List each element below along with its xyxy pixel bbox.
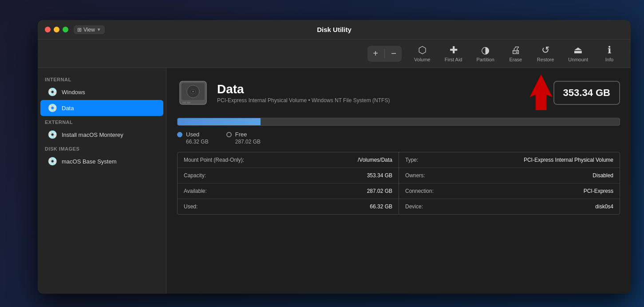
disk-icon: 💿	[47, 130, 57, 140]
sidebar-item-macos-base-label: macOS Base System	[62, 158, 117, 165]
minimize-button[interactable]	[54, 27, 59, 32]
owners-key: Owners:	[405, 172, 425, 179]
info-label: Info	[605, 57, 613, 62]
owners-row: Owners: Disabled	[399, 168, 620, 183]
sidebar-item-data[interactable]: 💿 Data	[40, 100, 163, 116]
firstaid-label: First Aid	[445, 57, 462, 62]
available-row: Available: 287.02 GB	[178, 183, 399, 199]
traffic-lights	[45, 27, 68, 32]
info-icon: ℹ	[608, 45, 611, 55]
svg-rect-6	[187, 102, 190, 104]
sidebar-item-data-label: Data	[62, 105, 74, 112]
mount-point-val: /Volumes/Data	[358, 157, 392, 163]
red-arrow-indicator	[528, 75, 554, 112]
app-window: ⊞ View ▼ Disk Utility + − ⬡ Volume ✚ Fir…	[38, 20, 631, 294]
type-val: PCI-Express Internal Physical Volume	[524, 157, 613, 163]
volume-label: Volume	[414, 57, 431, 62]
storage-bar-container	[177, 118, 620, 126]
connection-row: Connection: PCI-Express	[399, 183, 620, 199]
available-key: Available:	[184, 188, 207, 194]
owners-val: Disabled	[593, 172, 613, 179]
divider	[384, 49, 385, 58]
legend-used-text: Used 66.32 GB	[186, 131, 209, 145]
sidebar-section-external: External	[38, 116, 166, 127]
info-right-column: Type: PCI-Express Internal Physical Volu…	[399, 152, 620, 214]
used-row: Used: 66.32 GB	[178, 199, 399, 214]
svg-marker-7	[530, 75, 552, 110]
type-key: Type:	[405, 157, 418, 163]
unmount-icon: ⏏	[573, 45, 583, 55]
sidebar-item-macos-base[interactable]: 💿 macOS Base System	[40, 153, 163, 169]
used-value: 66.32 GB	[186, 139, 209, 145]
used-key: Used:	[184, 203, 198, 210]
add-button[interactable]: +	[367, 46, 383, 62]
disk-subtitle: PCI-Express Internal Physical Volume • W…	[217, 97, 545, 104]
sidebar-section-internal: Internal	[38, 73, 166, 84]
device-key: Device:	[405, 203, 423, 210]
main-panel: Data PCI-Express Internal Physical Volum…	[166, 68, 631, 294]
capacity-val: 353.34 GB	[367, 172, 392, 179]
legend-free-text: Free 287.02 GB	[235, 131, 261, 145]
disk-icon-large	[177, 77, 209, 109]
volume-toolbar-item[interactable]: ⬡ Volume	[409, 43, 436, 65]
type-row: Type: PCI-Express Internal Physical Volu…	[399, 152, 620, 168]
view-icon: ⊞	[77, 27, 82, 33]
free-value: 287.02 GB	[235, 139, 261, 145]
storage-section: Used 66.32 GB Free 287.02 GB	[177, 118, 620, 145]
erase-toolbar-item[interactable]: 🖨 Erase	[503, 43, 528, 65]
firstaid-toolbar-item[interactable]: ✚ First Aid	[439, 43, 468, 65]
sidebar-item-install-macos-label: Install macOS Monterey	[62, 132, 123, 138]
disk-info: Data PCI-Express Internal Physical Volum…	[217, 82, 545, 104]
disk-header: Data PCI-Express Internal Physical Volum…	[177, 77, 620, 109]
remove-button[interactable]: −	[386, 46, 402, 62]
mount-point-key: Mount Point (Read-Only):	[184, 157, 244, 163]
svg-rect-5	[182, 102, 186, 104]
capacity-key: Capacity:	[184, 172, 206, 179]
maximize-button[interactable]	[63, 27, 68, 32]
sidebar-item-windows-label: Windows	[62, 89, 85, 96]
partition-toolbar-item[interactable]: ◑ Partition	[471, 43, 499, 65]
used-label: Used	[186, 131, 209, 138]
used-dot	[177, 132, 182, 137]
erase-icon: 🖨	[511, 45, 521, 55]
info-left-column: Mount Point (Read-Only): /Volumes/Data C…	[178, 152, 399, 214]
titlebar: ⊞ View ▼ Disk Utility	[38, 20, 631, 40]
unmount-label: Unmount	[568, 57, 588, 62]
free-dot	[226, 132, 232, 137]
volume-icon: ⬡	[418, 45, 427, 55]
free-label: Free	[235, 131, 261, 138]
restore-label: Restore	[537, 57, 554, 62]
sidebar-item-windows[interactable]: 💿 Windows	[40, 84, 163, 100]
partition-icon: ◑	[481, 45, 490, 55]
unmount-toolbar-item[interactable]: ⏏ Unmount	[563, 43, 593, 65]
disk-svg	[178, 78, 208, 108]
storage-bar-used	[178, 118, 261, 125]
info-toolbar-item[interactable]: ℹ Info	[597, 43, 622, 65]
disk-icon: 💿	[47, 103, 57, 113]
app-title: Disk Utility	[317, 26, 352, 33]
legend-used: Used 66.32 GB	[177, 131, 209, 145]
info-table: Mount Point (Read-Only): /Volumes/Data C…	[177, 152, 620, 215]
view-button[interactable]: ⊞ View ▼	[74, 25, 105, 34]
disk-icon: 💿	[47, 87, 57, 97]
restore-toolbar-item[interactable]: ↺ Restore	[532, 43, 560, 65]
connection-val: PCI-Express	[584, 188, 613, 194]
svg-point-4	[192, 91, 194, 92]
firstaid-icon: ✚	[450, 45, 458, 55]
used-val: 66.32 GB	[370, 203, 392, 210]
connection-key: Connection:	[405, 188, 434, 194]
disk-icon: 💿	[47, 156, 57, 166]
restore-icon: ↺	[541, 45, 549, 55]
disk-size-badge: 353.34 GB	[553, 81, 620, 105]
erase-label: Erase	[509, 57, 522, 62]
chevron-down-icon: ▼	[97, 27, 101, 32]
sidebar: Internal 💿 Windows 💿 Data External 💿 Ins…	[38, 68, 166, 294]
disk-name: Data	[217, 82, 545, 96]
sidebar-item-install-macos[interactable]: 💿 Install macOS Monterey	[40, 127, 163, 143]
view-label: View	[83, 27, 95, 33]
legend-free: Free 287.02 GB	[226, 131, 261, 145]
close-button[interactable]	[45, 27, 51, 32]
partition-label: Partition	[476, 57, 494, 62]
content-area: Internal 💿 Windows 💿 Data External 💿 Ins…	[38, 68, 631, 294]
device-row: Device: disk0s4	[399, 199, 620, 214]
